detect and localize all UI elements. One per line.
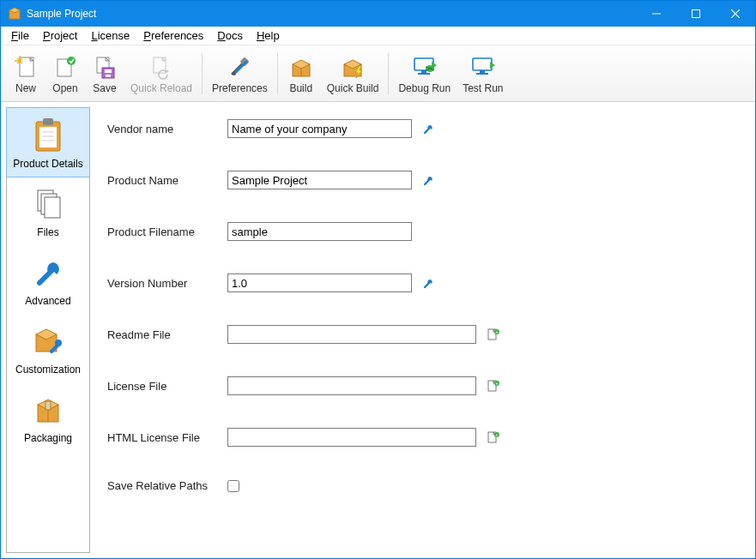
app-icon [8,7,21,21]
vendor-name-input[interactable] [227,119,412,138]
svg-text:+: + [496,432,499,437]
svg-point-23 [233,72,236,75]
toolbar-debug-run-label: Debug Run [398,82,451,94]
readme-file-label: Readme File [107,328,227,341]
window-title: Sample Project [27,8,637,20]
save-relative-paths-checkbox[interactable] [227,480,239,492]
sidenav-advanced-label: Advanced [25,295,70,307]
toolbar-build[interactable]: Build [281,48,321,99]
license-file-input[interactable] [227,376,476,395]
menu-help[interactable]: Help [250,27,287,44]
menu-project[interactable]: Project [36,27,84,44]
svg-rect-30 [418,73,430,75]
toolbar-separator [202,53,203,94]
svg-rect-36 [480,70,485,73]
reload-icon [148,53,175,81]
svg-rect-40 [39,127,57,147]
sidenav-files[interactable]: Files [7,177,89,245]
toolbar-open-label: Open [52,82,77,94]
wrench-icon[interactable] [422,277,434,289]
menu-license[interactable]: License [84,27,136,44]
titlebar: Sample Project [1,1,755,27]
sidenav-files-label: Files [37,226,58,238]
wrench-icon [29,254,67,292]
html-license-file-input[interactable] [227,428,476,447]
customization-icon [29,322,67,360]
clipboard-icon [29,117,67,154]
toolbar-quick-reload-label: Quick Reload [130,82,192,94]
product-name-input[interactable] [227,171,412,189]
svg-marker-21 [166,69,169,73]
toolbar-test-run[interactable]: Test Run [457,48,509,99]
sidenav-packaging-label: Packaging [24,432,72,444]
menu-file[interactable]: File [4,27,36,44]
svg-marker-34 [432,62,437,69]
wrench-icon[interactable] [422,174,434,186]
svg-rect-17 [105,69,112,73]
packaging-icon [29,391,67,429]
svg-point-13 [67,57,76,65]
menubar: File Project License Preferences Docs He… [1,27,755,45]
toolbar-quick-build[interactable]: Quick Build [321,48,385,99]
toolbar-save[interactable]: Save [85,48,124,99]
sidenav-customization[interactable]: Customization [7,314,89,382]
form-area: Vendor name Product Name Product Filenam… [90,102,755,558]
save-relative-paths-label: Save Relative Paths [107,479,227,492]
toolbar-new-label: New [15,82,36,94]
vendor-name-label: Vendor name [107,123,227,135]
toolbar-new[interactable]: New [6,48,45,99]
toolbar-separator [277,53,278,94]
svg-text:+: + [496,329,499,334]
svg-point-49 [55,340,62,346]
toolbar-debug-run[interactable]: Debug Run [392,48,457,99]
version-number-label: Version Number [107,277,227,290]
product-filename-label: Product Filename [107,225,227,238]
toolbar-preferences[interactable]: Preferences [206,48,274,99]
svg-rect-35 [473,58,492,70]
wrench-icon[interactable] [422,123,434,135]
open-icon [51,53,79,81]
files-icon [29,185,67,223]
sidenav-advanced[interactable]: Advanced [7,245,89,314]
svg-rect-52 [45,401,51,410]
minimize-button[interactable] [637,1,676,27]
debug-run-icon [411,53,438,81]
svg-rect-29 [421,70,426,73]
build-icon [287,53,315,81]
sidenav-product-details-label: Product Details [13,158,82,170]
svg-rect-41 [43,118,53,125]
toolbar: New Open Save Quick Reload Preferences B… [1,45,755,102]
svg-rect-47 [45,197,60,218]
close-button[interactable] [716,1,755,27]
sidenav: Product Details Files Advanced Customiza… [6,107,90,553]
sidenav-customization-label: Customization [15,364,81,376]
version-number-input[interactable] [227,273,412,292]
svg-text:+: + [496,381,499,386]
browse-file-icon[interactable]: + [487,379,500,393]
menu-docs[interactable]: Docs [210,27,250,44]
svg-rect-18 [106,75,111,77]
toolbar-preferences-label: Preferences [212,82,268,94]
svg-rect-37 [476,73,488,75]
toolbar-quick-reload: Quick Reload [124,48,198,99]
product-filename-input[interactable] [227,222,412,241]
menu-preferences[interactable]: Preferences [136,27,210,44]
sidenav-product-details[interactable]: Product Details [6,107,90,177]
save-icon [91,53,118,81]
browse-file-icon[interactable]: + [487,430,500,444]
main-area: Product Details Files Advanced Customiza… [1,102,755,558]
svg-marker-38 [490,62,495,69]
preferences-icon [226,53,253,81]
html-license-file-label: HTML License File [107,431,227,444]
toolbar-quick-build-label: Quick Build [327,82,379,94]
sidenav-packaging[interactable]: Packaging [7,382,89,451]
browse-file-icon[interactable]: + [487,328,500,341]
test-run-icon [469,53,497,81]
toolbar-test-run-label: Test Run [463,82,503,94]
maximize-button[interactable] [676,1,716,27]
svg-rect-2 [692,10,700,18]
toolbar-open[interactable]: Open [45,48,85,99]
new-icon [12,53,39,81]
license-file-label: License File [107,380,227,393]
readme-file-input[interactable] [227,325,476,344]
